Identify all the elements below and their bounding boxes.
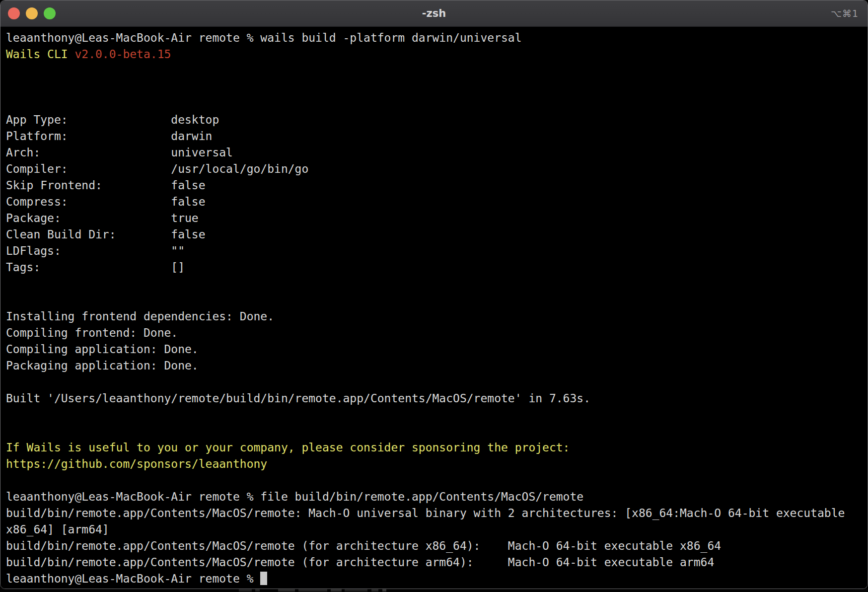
terminal-line: build/bin/remote.app/Contents/MacOS/remo…	[6, 538, 864, 554]
terminal-text-segment: leaanthony@Leas-MacBook-Air remote % fil…	[6, 490, 583, 503]
terminal-line: build/bin/remote.app/Contents/MacOS/remo…	[6, 505, 864, 521]
terminal-text-segment: Compiling application: Done.	[6, 343, 199, 356]
terminal-line: If Wails is useful to you or your compan…	[6, 440, 864, 456]
terminal-line: leaanthony@Leas-MacBook-Air remote % fil…	[6, 489, 864, 505]
terminal-line: Wails CLI v2.0.0-beta.15	[6, 46, 864, 63]
terminal-output[interactable]: leaanthony@Leas-MacBook-Air remote % wai…	[0, 27, 868, 587]
terminal-line	[6, 472, 864, 489]
terminal-line: leaanthony@Leas-MacBook-Air remote %	[6, 571, 864, 587]
terminal-line	[6, 95, 864, 112]
terminal-text-segment: https://github.com/sponsors/leaanthony	[6, 457, 267, 470]
terminal-line	[6, 79, 864, 95]
terminal-text-segment: build/bin/remote.app/Contents/MacOS/remo…	[6, 556, 714, 569]
terminal-cursor	[260, 572, 267, 585]
terminal-line: leaanthony@Leas-MacBook-Air remote % wai…	[6, 30, 864, 46]
terminal-line	[6, 276, 864, 292]
terminal-line: Compiling frontend: Done.	[6, 325, 864, 341]
terminal-line	[6, 374, 864, 390]
terminal-line: Tags: []	[6, 259, 864, 276]
terminal-line: Compiling application: Done.	[6, 341, 864, 358]
terminal-line: LDFlags: ""	[6, 243, 864, 259]
terminal-text-segment: leaanthony@Leas-MacBook-Air remote % wai…	[6, 31, 522, 44]
terminal-line	[6, 423, 864, 440]
terminal-line: Compiler: /usr/local/go/bin/go	[6, 161, 864, 177]
desktop: -zsh ⌥⌘1 leaanthony@Leas-MacBook-Air rem…	[0, 0, 868, 592]
terminal-line: Installing frontend dependencies: Done.	[6, 308, 864, 325]
terminal-text-segment: Built '/Users/leaanthony/remote/build/bi…	[6, 392, 590, 405]
terminal-line: Clean Build Dir: false	[6, 226, 864, 243]
terminal-text-segment: LDFlags: ""	[6, 244, 185, 257]
terminal-line	[6, 63, 864, 79]
terminal-text-segment: Packaging application: Done.	[6, 359, 199, 372]
terminal-text-segment: Tags: []	[6, 261, 185, 274]
terminal-text-segment: x86_64] [arm64]	[6, 523, 109, 536]
terminal-text-segment: Clean Build Dir: false	[6, 228, 206, 241]
terminal-text-segment: Platform: darwin	[6, 130, 212, 143]
terminal-line: Skip Frontend: false	[6, 177, 864, 194]
terminal-window: -zsh ⌥⌘1 leaanthony@Leas-MacBook-Air rem…	[0, 0, 868, 589]
terminal-text-segment: leaanthony@Leas-MacBook-Air remote %	[6, 572, 260, 585]
terminal-text-segment: If Wails is useful to you or your compan…	[6, 441, 570, 454]
terminal-text-segment: Compress: false	[6, 195, 206, 208]
terminal-text-segment: Package: true	[6, 212, 199, 224]
titlebar[interactable]: -zsh ⌥⌘1	[0, 0, 868, 27]
terminal-line: Arch: universal	[6, 145, 864, 161]
terminal-line	[6, 292, 864, 308]
window-title: -zsh	[0, 0, 868, 26]
terminal-line: https://github.com/sponsors/leaanthony	[6, 456, 864, 472]
terminal-text-segment: build/bin/remote.app/Contents/MacOS/remo…	[6, 539, 721, 552]
tab-shortcut-label: ⌥⌘1	[831, 0, 859, 26]
terminal-line: Built '/Users/leaanthony/remote/build/bi…	[6, 390, 864, 407]
terminal-line: Compress: false	[6, 194, 864, 210]
terminal-text-segment: Compiling frontend: Done.	[6, 326, 178, 339]
terminal-text-segment: build/bin/remote.app/Contents/MacOS/remo…	[6, 507, 845, 519]
terminal-line: Platform: darwin	[6, 128, 864, 145]
terminal-text-segment: App Type: desktop	[6, 113, 219, 126]
terminal-line: x86_64] [arm64]	[6, 521, 864, 538]
terminal-line: build/bin/remote.app/Contents/MacOS/remo…	[6, 554, 864, 571]
terminal-line: App Type: desktop	[6, 112, 864, 128]
terminal-text-segment: Arch: universal	[6, 146, 233, 159]
terminal-screen[interactable]: leaanthony@Leas-MacBook-Air remote % wai…	[0, 27, 868, 589]
terminal-text-segment: v2.0.0-beta.15	[74, 48, 171, 61]
terminal-text-segment: Skip Frontend: false	[6, 179, 206, 192]
terminal-text-segment: Installing frontend dependencies: Done.	[6, 310, 274, 323]
terminal-text-segment: Compiler: /usr/local/go/bin/go	[6, 162, 308, 175]
terminal-text-segment: Wails CLI	[6, 48, 74, 61]
terminal-line	[6, 407, 864, 423]
terminal-line: Package: true	[6, 210, 864, 226]
terminal-line: Packaging application: Done.	[6, 358, 864, 374]
